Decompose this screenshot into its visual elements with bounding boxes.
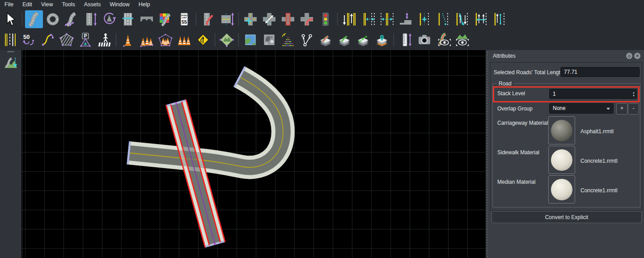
junction-tool[interactable] xyxy=(242,10,259,28)
scene-roads xyxy=(21,50,486,258)
lane-add-tool[interactable] xyxy=(199,10,217,28)
corner-tool[interactable] xyxy=(260,10,278,28)
toolbar-separator xyxy=(238,33,239,47)
menu-edit[interactable]: Edit xyxy=(18,0,37,8)
overlap-add-button[interactable]: + xyxy=(616,103,627,114)
measure-tool[interactable] xyxy=(397,31,415,49)
spin-up-icon[interactable]: ▲ xyxy=(632,91,635,94)
terrain-tool[interactable] xyxy=(218,31,236,49)
crossPlus-icon xyxy=(243,12,258,27)
toolbar-separator xyxy=(337,13,338,26)
vector-data-tool[interactable] xyxy=(298,31,316,49)
menu-view[interactable]: View xyxy=(37,0,58,8)
convert-to-explicit-button[interactable]: Convert to Explicit xyxy=(491,211,642,223)
gis-layer-tool[interactable] xyxy=(373,31,391,49)
lane-chop-tool[interactable] xyxy=(453,10,471,28)
lane-marking-tool[interactable] xyxy=(1,31,19,49)
road-heat-layer-tool[interactable] xyxy=(317,31,335,49)
point-cloud-tool[interactable] xyxy=(279,31,297,49)
checker-icon xyxy=(158,12,173,27)
preview-road-tool[interactable] xyxy=(434,31,452,49)
preview-terrain-tool[interactable] xyxy=(453,31,471,49)
marking-curve-tool[interactable] xyxy=(39,31,57,49)
camera-tool[interactable] xyxy=(415,31,433,49)
menu-window[interactable]: Window xyxy=(105,0,134,8)
prop-span-tool[interactable] xyxy=(175,31,193,49)
bridge-icon xyxy=(139,12,154,27)
bridge-tool[interactable] xyxy=(138,10,156,28)
road-rotate-tool[interactable] xyxy=(100,10,118,28)
total-length-label: Selected Roads' Total Length xyxy=(494,69,564,76)
curb-height-tool[interactable] xyxy=(397,10,415,28)
stackGreen-icon xyxy=(337,32,352,47)
terrainDiamond-icon xyxy=(219,32,234,47)
menu-bar: FileEditViewToolsAssetsWindowHelp xyxy=(0,0,644,9)
crossRedCurve-icon xyxy=(299,12,314,27)
signal-tool[interactable] xyxy=(317,10,335,28)
road-node xyxy=(175,102,177,104)
road-surface-tool[interactable] xyxy=(157,10,174,28)
speed-limit-tool[interactable]: SPEEDLIMIT55 xyxy=(175,10,193,28)
maneuver-tool[interactable] xyxy=(298,10,316,28)
sidebar-handle[interactable] xyxy=(7,51,14,52)
menu-assets[interactable]: Assets xyxy=(80,0,106,8)
menu-file[interactable]: File xyxy=(0,0,18,8)
trafficLight-icon xyxy=(318,12,333,27)
stack-level-input[interactable] xyxy=(549,89,637,99)
marking-offset-tool[interactable] xyxy=(472,10,490,28)
lane-width-tool[interactable] xyxy=(218,10,236,28)
coneRow-icon xyxy=(177,32,192,47)
median-material-thumbnail[interactable] xyxy=(548,175,575,203)
stack-level-label: Stack Level xyxy=(497,90,525,97)
menu-help[interactable]: Help xyxy=(134,0,155,8)
marking-stencil-tool[interactable]: 50 xyxy=(20,31,38,49)
road-plan-tool[interactable] xyxy=(25,10,43,28)
prop-point-tool[interactable] xyxy=(119,31,137,49)
lane-direction-tool[interactable] xyxy=(340,10,358,28)
spin-down-icon[interactable]: ▼ xyxy=(632,94,635,97)
canvas-viewport[interactable] xyxy=(21,50,486,258)
total-length-input[interactable] xyxy=(560,67,640,77)
road-curve-tool[interactable] xyxy=(63,10,80,28)
close-panel-icon[interactable]: ✕ xyxy=(634,53,640,59)
overlap-group-select[interactable]: None xyxy=(549,103,614,114)
lane-offset-tool[interactable] xyxy=(359,10,377,28)
sidewalk-material-thumbnail[interactable] xyxy=(548,146,575,174)
signage-tool[interactable] xyxy=(194,31,212,49)
parking-tool[interactable]: P xyxy=(76,31,94,49)
carriageway-material-thumbnail[interactable] xyxy=(548,116,575,144)
select-tool[interactable] xyxy=(1,10,19,28)
curve-layer-tool[interactable] xyxy=(354,31,372,49)
overlap-remove-button[interactable]: - xyxy=(628,103,639,114)
svg-text:LIMIT: LIMIT xyxy=(182,17,187,19)
tool-sidebar xyxy=(0,50,21,258)
lane-split-tool[interactable] xyxy=(434,10,452,28)
crossArrows-icon xyxy=(262,12,277,27)
aerial-imagery-tool[interactable] xyxy=(242,31,259,49)
junction-surface-tool[interactable] xyxy=(279,10,297,28)
toolbar-separator xyxy=(238,13,239,26)
road-median-tool[interactable] xyxy=(119,10,137,28)
attributes-panel: Attributes ◇ ✕ Selected Roads' Total Len… xyxy=(488,50,644,258)
lane-carve-tool[interactable] xyxy=(378,10,396,28)
chevron-down-icon xyxy=(606,108,610,110)
mapTile-icon xyxy=(243,32,258,47)
marking-polygon-tool[interactable] xyxy=(58,31,76,49)
coneSpan-icon xyxy=(139,32,154,47)
project-road-terrain-tool[interactable] xyxy=(2,55,20,72)
marking-span-tool[interactable] xyxy=(491,10,508,28)
crosswalk-tool[interactable] xyxy=(95,31,113,49)
prop-polygon-tool[interactable] xyxy=(157,31,174,49)
cursor-icon xyxy=(3,12,18,27)
float-panel-icon[interactable]: ◇ xyxy=(626,53,632,59)
roundabout-tool[interactable] xyxy=(44,10,62,28)
toolbar-row-2: 50P xyxy=(0,30,644,50)
road-layer-tool[interactable] xyxy=(335,31,353,49)
lane-insert-tool[interactable] xyxy=(415,10,433,28)
prop-curve-tool[interactable] xyxy=(138,31,156,49)
carriageway-material-label: Carriageway Material xyxy=(497,120,548,126)
road-height-tool[interactable] xyxy=(81,10,99,28)
elevation-map-tool[interactable] xyxy=(260,31,278,49)
menu-tools[interactable]: Tools xyxy=(58,0,80,8)
stack-level-stepper[interactable]: ▲ ▼ xyxy=(631,89,637,99)
